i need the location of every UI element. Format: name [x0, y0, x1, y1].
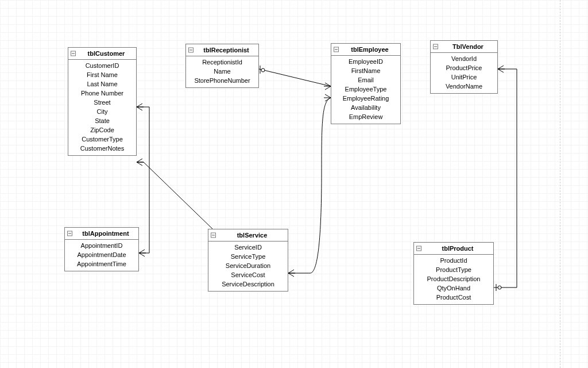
- field[interactable]: ProductCost: [414, 293, 493, 302]
- entity-header[interactable]: tblEmployee: [331, 44, 400, 56]
- field[interactable]: ServiceDescription: [208, 279, 288, 289]
- entity-tblCustomer[interactable]: tblCustomerCustomerIDFirst NameLast Name…: [68, 47, 137, 156]
- field[interactable]: ServiceType: [208, 252, 288, 261]
- field[interactable]: ZipCode: [68, 125, 136, 135]
- entity-fields: AppointmentIDAppointmentDateAppointmentT…: [65, 240, 138, 271]
- entity-header[interactable]: tblService: [208, 229, 288, 241]
- field[interactable]: EmployeeType: [331, 85, 400, 94]
- field[interactable]: ReceptionistId: [186, 57, 258, 67]
- diagram-canvas[interactable]: tblCustomerCustomerIDFirst NameLast Name…: [0, 0, 588, 368]
- field[interactable]: AppointmentDate: [65, 250, 138, 259]
- entity-fields: CustomerIDFirst NameLast NamePhone Numbe…: [68, 60, 136, 155]
- entity-title: tblEmployee: [351, 46, 388, 53]
- collapse-icon[interactable]: [188, 48, 194, 53]
- entity-title: tblReceptionist: [203, 47, 249, 53]
- entity-tblService[interactable]: tblServiceServiceIDServiceTypeServiceDur…: [208, 229, 288, 292]
- field[interactable]: Phone Number: [68, 89, 136, 98]
- field[interactable]: ProductType: [414, 265, 493, 274]
- entity-tblProduct[interactable]: tblProductProductIdProductTypeProductDes…: [413, 242, 494, 305]
- svg-point-1: [498, 286, 501, 289]
- field[interactable]: ServiceCost: [208, 270, 288, 279]
- field[interactable]: VendorName: [431, 82, 497, 91]
- collapse-icon[interactable]: [433, 44, 438, 49]
- field[interactable]: AppointmentID: [65, 241, 138, 250]
- entity-header[interactable]: tblProduct: [414, 243, 493, 255]
- entity-tblVendor[interactable]: TblVendorVendorIdProductPriceUnitPriceVe…: [430, 40, 498, 94]
- field[interactable]: VendorId: [431, 54, 497, 63]
- collapse-icon[interactable]: [211, 233, 216, 238]
- entity-fields: ServiceIDServiceTypeServiceDurationServi…: [208, 241, 288, 291]
- field[interactable]: AppointmentTime: [65, 259, 138, 269]
- entity-fields: VendorIdProductPriceUnitPriceVendorName: [431, 53, 497, 93]
- entity-title: tblProduct: [442, 245, 474, 252]
- entity-title: TblVendor: [452, 43, 483, 50]
- field[interactable]: ServiceDuration: [208, 261, 288, 270]
- field[interactable]: EmployeeRating: [331, 94, 400, 103]
- collapse-icon[interactable]: [67, 231, 72, 236]
- field[interactable]: ProductId: [414, 256, 493, 265]
- entity-tblEmployee[interactable]: tblEmployeeEmployeeIDFirstNameEmailEmplo…: [331, 43, 401, 124]
- field[interactable]: Street: [68, 98, 136, 107]
- entity-header[interactable]: tblReceptionist: [186, 44, 258, 56]
- entity-header[interactable]: tblAppointment: [65, 228, 138, 240]
- field[interactable]: ServiceID: [208, 243, 288, 252]
- field[interactable]: QtyOnHand: [414, 283, 493, 293]
- field[interactable]: First Name: [68, 70, 136, 79]
- entity-title: tblCustomer: [88, 50, 125, 57]
- field[interactable]: ProductPrice: [431, 63, 497, 72]
- field[interactable]: City: [68, 107, 136, 116]
- entity-header[interactable]: tblCustomer: [68, 48, 136, 60]
- field[interactable]: Availability: [331, 103, 400, 112]
- entity-tblAppointment[interactable]: tblAppointmentAppointmentIDAppointmentDa…: [64, 227, 139, 271]
- field[interactable]: EmpReview: [331, 112, 400, 121]
- guide-line: [560, 0, 560, 368]
- field[interactable]: FirstName: [331, 66, 400, 75]
- field[interactable]: StorePhoneNumber: [186, 76, 258, 85]
- collapse-icon[interactable]: [334, 47, 339, 52]
- field[interactable]: State: [68, 116, 136, 125]
- entity-title: tblService: [237, 232, 268, 239]
- field[interactable]: CustomerID: [68, 61, 136, 70]
- collapse-icon[interactable]: [416, 246, 421, 251]
- entity-fields: ReceptionistIdNameStorePhoneNumber: [186, 56, 258, 87]
- field[interactable]: Email: [331, 75, 400, 85]
- field[interactable]: CustomerNotes: [68, 144, 136, 153]
- collapse-icon[interactable]: [71, 51, 76, 56]
- entity-fields: EmployeeIDFirstNameEmailEmployeeTypeEmpl…: [331, 56, 400, 124]
- svg-point-0: [261, 68, 265, 72]
- entity-header[interactable]: TblVendor: [431, 41, 497, 53]
- entity-fields: ProductIdProductTypeProductDescriptionQt…: [414, 255, 493, 304]
- field[interactable]: UnitPrice: [431, 72, 497, 82]
- field[interactable]: CustomerType: [68, 135, 136, 144]
- field[interactable]: ProductDescription: [414, 274, 493, 283]
- field[interactable]: Name: [186, 67, 258, 76]
- field[interactable]: Last Name: [68, 79, 136, 89]
- entity-tblReceptionist[interactable]: tblReceptionistReceptionistIdNameStorePh…: [185, 44, 259, 88]
- field[interactable]: EmployeeID: [331, 57, 400, 66]
- entity-title: tblAppointment: [82, 230, 129, 237]
